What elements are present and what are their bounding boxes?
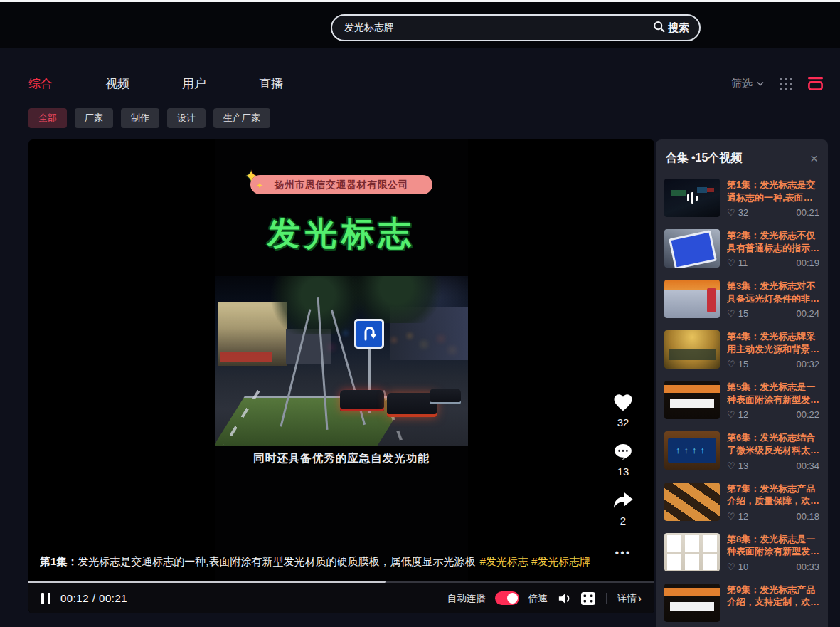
share-count: 2 xyxy=(620,515,626,527)
controls-divider xyxy=(606,593,607,604)
share-icon[interactable] xyxy=(612,492,634,510)
search-bar: 搜索 xyxy=(331,14,701,41)
chip-production-factory[interactable]: 生产厂家 xyxy=(213,108,270,128)
item-info: 第4集：发光标志牌采用主动发光源和背景反光材料 ♡ 15 00:32 xyxy=(727,330,819,369)
comment-icon[interactable] xyxy=(613,443,633,461)
chip-design[interactable]: 设计 xyxy=(167,108,206,128)
list-item[interactable]: 第7集：发光标志产品介绍，质量保障，欢迎咨询 ♡ 12 00:18 xyxy=(656,477,828,527)
heart-outline-icon: ♡ xyxy=(727,207,735,218)
detail-label: 详情 xyxy=(617,592,637,605)
more-options-icon[interactable]: ••• xyxy=(615,547,632,559)
douyin-search-page: 搜索 综合 视频 用户 直播 筛选 全部 厂家 制作 设计 生产厂家 xyxy=(0,0,840,627)
result-tabs: 综合 视频 用户 直播 xyxy=(28,75,283,92)
video-frame: ✦ ✦ 扬州市恩信交通器材有限公司 发光标志 xyxy=(215,139,468,613)
tab-users[interactable]: 用户 xyxy=(182,75,206,92)
video-thumbnail[interactable] xyxy=(664,533,720,571)
list-item[interactable]: 第5集：发光标志是一种表面附涂有新型发光材质 ♡ 12 00:22 xyxy=(656,375,828,426)
like-count: 32 xyxy=(617,416,629,428)
video-duration: 00:34 xyxy=(796,460,819,471)
heart-outline-icon: ♡ xyxy=(727,511,735,522)
collection-count: •15个视频 xyxy=(691,151,742,166)
item-like-count: 12 xyxy=(738,409,748,420)
chevron-down-icon xyxy=(757,81,764,86)
item-like-count: 32 xyxy=(738,207,748,218)
list-item[interactable]: 第4集：发光标志牌采用主动发光源和背景反光材料 ♡ 15 00:32 xyxy=(656,325,828,375)
scene-car xyxy=(340,390,384,411)
video-thumbnail[interactable] xyxy=(664,431,720,470)
list-item[interactable]: 第3集：发光标志对不具备远光灯条件的非机动车 ♡ 15 00:24 xyxy=(656,274,828,325)
chip-making[interactable]: 制作 xyxy=(121,108,159,128)
filter-dropdown[interactable]: 筛选 xyxy=(731,77,764,90)
heart-outline-icon: ♡ xyxy=(727,359,735,369)
action-rail: 32 13 2 ••• xyxy=(607,393,639,559)
caption-text: 发光标志是交通标志的一种,表面附涂有新型发光材质的硬质膜板，属低度显示光源板 xyxy=(78,555,475,567)
video-thumbnail[interactable] xyxy=(664,483,720,521)
list-item[interactable]: 第8集：发光标志是一种表面附涂有新型发光材质 ♡ 10 00:33 xyxy=(656,527,828,578)
time-display: 00:12 / 00:21 xyxy=(60,592,127,604)
view-controls: 筛选 xyxy=(731,77,823,90)
video-thumbnail[interactable] xyxy=(664,330,720,369)
close-icon[interactable]: × xyxy=(810,152,818,165)
sparkle-icon: ✦ xyxy=(256,181,263,191)
item-title: 第4集：发光标志牌采用主动发光源和背景反光材料 xyxy=(727,330,819,355)
search-button[interactable]: 搜索 xyxy=(653,21,689,35)
street-photo xyxy=(215,276,468,446)
list-item[interactable]: 第2集：发光标志不仅具有普通标志的指示功能 ♡ 11 00:19 xyxy=(656,223,828,274)
item-title: 第2集：发光标志不仅具有普通标志的指示功能 xyxy=(727,229,819,254)
video-thumbnail[interactable] xyxy=(664,381,720,419)
item-title: 第8集：发光标志是一种表面附涂有新型发光材质 xyxy=(727,533,819,558)
search-input[interactable] xyxy=(344,22,653,33)
autoplay-label: 自动连播 xyxy=(447,592,486,605)
episode-label: 第1集： xyxy=(40,555,78,567)
list-item[interactable]: 第6集：发光标志结合了微米级反光材料太阳能 ♡ 13 00:34 xyxy=(656,426,828,476)
controls-right: 自动连播 倍速 详情 › xyxy=(447,591,642,606)
tab-live[interactable]: 直播 xyxy=(259,75,283,92)
chip-manufacturer[interactable]: 厂家 xyxy=(75,108,113,128)
web-fullscreen-icon[interactable] xyxy=(581,592,595,605)
filter-label: 筛选 xyxy=(731,77,753,90)
single-column-view-icon[interactable] xyxy=(808,77,823,90)
video-duration: 00:24 xyxy=(796,308,819,319)
company-banner: ✦ ✦ 扬州市恩信交通器材有限公司 xyxy=(250,175,432,194)
list-item[interactable]: 第9集：发光标志产品介绍，支持定制，欢迎来电 xyxy=(656,578,828,627)
video-thumbnail[interactable] xyxy=(664,229,720,268)
video-headline: 发光标志 xyxy=(215,212,468,256)
heart-outline-icon: ♡ xyxy=(727,460,735,471)
video-thumbnail[interactable] xyxy=(664,179,720,217)
list-item[interactable]: 第1集：发光标志是交通标志的一种,表面附涂有新型发光材质的硬质膜板 ♡ 32 0… xyxy=(656,173,828,223)
video-player[interactable]: ✦ ✦ 扬州市恩信交通器材有限公司 发光标志 xyxy=(28,139,654,613)
chip-all[interactable]: 全部 xyxy=(28,108,67,128)
item-like-count: 13 xyxy=(738,460,748,471)
heart-outline-icon: ♡ xyxy=(727,562,735,572)
tab-general[interactable]: 综合 xyxy=(28,75,53,92)
video-thumbnail[interactable] xyxy=(664,280,720,318)
video-thumbnail[interactable] xyxy=(664,584,720,622)
filter-chips: 全部 厂家 制作 设计 生产厂家 xyxy=(28,108,270,128)
item-like-count: 12 xyxy=(738,511,748,522)
grid-view-icon[interactable] xyxy=(780,78,792,90)
heart-outline-icon: ♡ xyxy=(727,258,735,268)
item-meta: ♡ 11 00:19 xyxy=(727,258,819,268)
pause-icon[interactable] xyxy=(41,593,50,604)
company-name: 扬州市恩信交通器材有限公司 xyxy=(275,179,409,191)
item-title: 第6集：发光标志结合了微米级反光材料太阳能 xyxy=(727,431,819,456)
comment-count: 13 xyxy=(617,465,629,478)
like-heart-icon[interactable] xyxy=(612,393,634,412)
heart-outline-icon: ♡ xyxy=(727,308,735,319)
item-title: 第7集：发光标志产品介绍，质量保障，欢迎咨询 xyxy=(727,483,819,507)
collection-list: 第1集：发光标志是交通标志的一种,表面附涂有新型发光材质的硬质膜板 ♡ 32 0… xyxy=(656,173,828,627)
tab-videos[interactable]: 视频 xyxy=(105,75,129,92)
autoplay-toggle[interactable] xyxy=(495,591,519,605)
video-duration: 00:32 xyxy=(796,359,819,369)
hashtag-links[interactable]: #发光标志 #发光标志牌 xyxy=(480,555,591,567)
volume-icon[interactable] xyxy=(557,591,572,606)
speed-label[interactable]: 倍速 xyxy=(528,592,548,605)
video-duration: 00:21 xyxy=(796,207,819,218)
search-icon xyxy=(653,21,665,35)
detail-link[interactable]: 详情 › xyxy=(617,592,642,605)
video-duration: 00:19 xyxy=(796,258,819,268)
window-top-edge xyxy=(0,0,840,2)
item-title: 第1集：发光标志是交通标志的一种,表面附涂有新型发光材质的硬质膜板 xyxy=(727,179,819,204)
item-meta: ♡ 13 00:34 xyxy=(727,460,819,471)
item-title: 第5集：发光标志是一种表面附涂有新型发光材质 xyxy=(727,381,819,406)
